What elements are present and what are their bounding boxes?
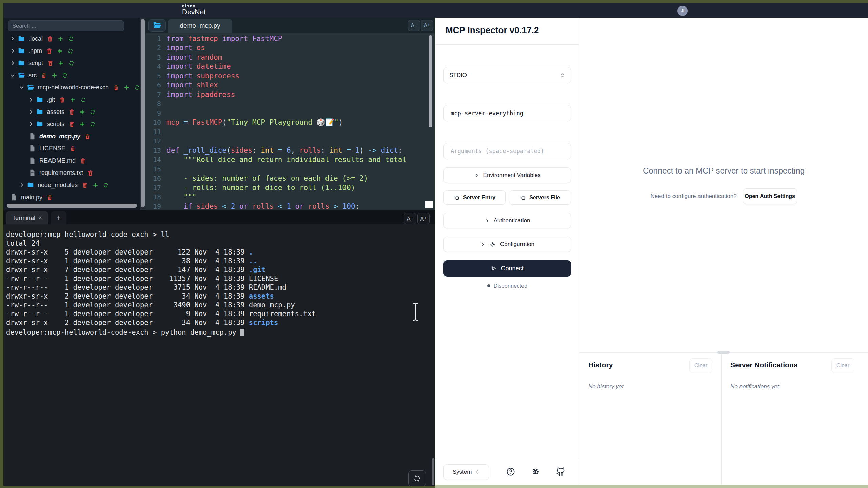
close-icon[interactable]: × [39,215,42,221]
refresh-icon[interactable] [62,72,68,79]
trash-icon[interactable] [113,84,119,91]
chevron-right-icon[interactable] [28,121,34,127]
command-input[interactable] [450,109,565,117]
authentication-label: Authentication [494,217,530,224]
environment-variables-button[interactable]: Environment Variables [443,167,571,183]
trash-icon[interactable] [59,97,65,103]
refresh-icon[interactable] [68,60,75,66]
chevron-right-icon[interactable] [19,182,25,188]
debug-button[interactable] [531,467,540,476]
tree-item-scripts[interactable]: scripts [3,118,140,130]
line-number: 2 [145,44,166,52]
terminal-scrollbar-thumb[interactable] [432,458,434,485]
add-icon[interactable] [92,182,99,188]
terminal-font-increase-button[interactable]: A⁺ [417,213,430,224]
add-icon[interactable] [51,72,58,79]
chevron-right-icon[interactable] [28,109,34,115]
editor-scrollbar-thumb[interactable] [429,35,432,127]
refresh-icon[interactable] [80,97,86,103]
servers-file-button[interactable]: Servers File [509,190,571,205]
trash-icon[interactable] [47,60,54,66]
arguments-input[interactable] [450,147,565,155]
terminal-refresh-button[interactable] [408,470,426,486]
line-number: 10 [145,118,166,126]
help-button[interactable] [506,467,515,476]
trash-icon[interactable] [82,182,88,188]
tree-item-LICENSE[interactable]: LICENSE [3,142,140,155]
tree-item-demo_mcp.py[interactable]: demo_mcp.py [3,130,140,142]
trash-icon[interactable] [70,145,76,152]
chevron-right-icon[interactable] [9,60,16,66]
open-auth-settings-button[interactable]: Open Auth Settings [743,188,797,204]
search-input[interactable] [8,21,132,31]
command-field[interactable] [443,105,571,121]
terminal-tab[interactable]: Terminal × [6,211,48,224]
chevron-right-icon[interactable] [9,48,16,54]
tree-item-mcp-helloworld-code-exch[interactable]: mcp-helloworld-code-exch [3,81,140,94]
tree-vertical-scrollbar[interactable] [140,18,145,210]
chevron-down-icon[interactable] [19,84,25,90]
chevron-down-icon[interactable] [9,72,16,78]
tree-item-assets[interactable]: assets [3,106,140,118]
avatar[interactable]: JI [677,6,688,16]
scrollbar-thumb[interactable] [141,19,145,207]
refresh-icon[interactable] [90,109,96,115]
trash-icon[interactable] [84,133,91,140]
trash-icon[interactable] [87,170,94,176]
trash-icon[interactable] [68,109,75,115]
authentication-button[interactable]: Authentication [443,213,571,228]
code-area[interactable]: 1from fastmcp import FastMCP2import os3i… [145,34,435,210]
add-icon[interactable] [57,36,64,42]
tree-item-requirements.txt[interactable]: requirements.txt [3,167,140,179]
add-icon[interactable] [70,97,76,103]
refresh-icon[interactable] [67,48,74,54]
configuration-button[interactable]: Configuration [443,237,571,252]
server-entry-button[interactable]: Server Entry [443,190,506,205]
add-icon[interactable] [123,84,130,91]
tree-item-script[interactable]: script [3,57,140,69]
transport-type-select[interactable]: STDIO [443,67,571,83]
tree-item-src[interactable]: src [3,69,140,81]
add-icon[interactable] [79,109,85,115]
editor-tab-demo-mcp[interactable]: demo_mcp.py [168,19,232,33]
refresh-icon[interactable] [90,121,96,127]
new-terminal-button[interactable]: + [51,211,66,224]
trash-icon[interactable] [68,121,75,127]
trash-icon[interactable] [46,48,53,54]
tree-horizontal-scrollbar[interactable] [7,204,137,208]
history-clear-button[interactable]: Clear [689,358,712,373]
file-explorer-button[interactable] [148,19,166,32]
refresh-icon[interactable] [68,36,74,42]
terminal-output[interactable]: developer:mcp-helloworld-code-exch > llt… [6,230,428,336]
notifications-clear-button[interactable]: Clear [831,358,854,373]
tree-item-.npm[interactable]: .npm [3,45,140,57]
copy-icon [520,195,526,201]
editor-font-increase-button[interactable]: A⁺ [421,20,433,31]
add-icon[interactable] [79,121,85,127]
trash-icon[interactable] [80,158,86,164]
terminal-line: -rw-r--r-- 1 developer developer 11357 N… [6,274,428,283]
refresh-icon[interactable] [103,182,109,188]
tree-item-node_modules[interactable]: node_modules [3,179,140,191]
chevron-right-icon[interactable] [28,97,34,103]
tree-item-.git[interactable]: .git [3,94,140,106]
trash-icon[interactable] [47,36,53,42]
add-icon[interactable] [57,48,63,54]
file-search[interactable] [8,20,124,31]
chevron-right-icon[interactable] [9,36,16,42]
arguments-field[interactable] [443,143,571,159]
add-icon[interactable] [58,60,64,66]
theme-select[interactable]: System [443,464,489,480]
refresh-icon[interactable] [134,84,140,91]
trash-icon[interactable] [41,72,47,79]
editor-font-decrease-button[interactable]: A⁻ [408,20,420,31]
connect-button[interactable]: Connect [443,260,571,277]
code-line: 8 [145,99,435,109]
tree-item-.local[interactable]: .local [3,33,140,45]
devnet-wordmark: DevNet [182,8,206,16]
github-button[interactable] [556,467,566,476]
terminal-font-decrease-button[interactable]: A⁻ [404,213,416,224]
trash-icon[interactable] [46,194,53,201]
tree-item-README.md[interactable]: README.md [3,155,140,167]
tree-item-main.py[interactable]: main.py [3,191,140,203]
